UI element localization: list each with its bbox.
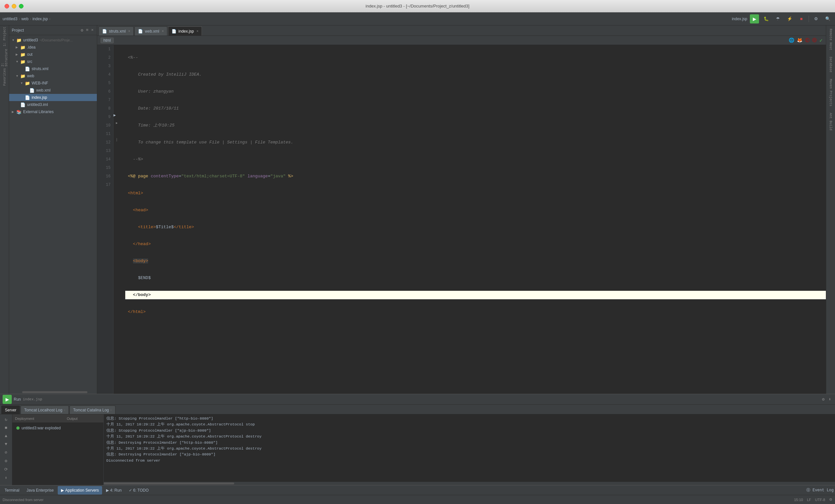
search-button[interactable]: 🔍 — [823, 14, 832, 23]
server-tabs: Server Tomcat Localhost Log × Tomcat Cat… — [0, 404, 835, 414]
toolbar-right: index.jsp ▶ 🐛 ☂ ⚡ ■ ⚙ 🔍 — [732, 14, 832, 23]
tree-iml[interactable]: 📄 untitled3.iml — [9, 101, 97, 108]
separator — [809, 16, 809, 22]
deployment-item[interactable]: untitled3:war exploded — [13, 424, 103, 432]
stop-server-btn[interactable]: ■ — [4, 424, 9, 432]
lf-indicator[interactable]: LF — [807, 498, 811, 502]
scroll-down-btn[interactable]: ▼ — [4, 440, 9, 448]
close-struts-tab[interactable]: × — [128, 29, 130, 33]
server-tab[interactable]: Server — [1, 405, 20, 414]
encoding-indicator[interactable]: UTF-8 — [815, 498, 825, 502]
run-button[interactable]: ▶ — [750, 14, 759, 23]
run-label: Run — [14, 397, 21, 402]
breadcrumb-folder[interactable]: web — [21, 17, 28, 21]
restart-server-btn[interactable]: ↻ — [4, 416, 9, 423]
editor-area: 📄 struts.xml × 📄 web.xml × 📄 index.jsp ×… — [97, 25, 826, 394]
app-servers-tab[interactable]: ▶ Application Servers — [58, 486, 102, 495]
close-button[interactable] — [4, 4, 9, 8]
java-enterprise-tab[interactable]: Java Enterprise — [23, 486, 57, 495]
close-bottom-icon[interactable]: ⬇ — [827, 396, 832, 403]
line-numbers: 1 2 3 4 5 6 7 8 9 10 11 12 13 14 15 16 1 — [97, 45, 114, 394]
tree-root[interactable]: ▼ 📁 untitled3 ~/Documents/Proje... — [9, 37, 97, 44]
code-content[interactable]: <%-- Created by IntelliJ IDEA. User: zha… — [120, 45, 826, 394]
app-bottom-tabs: Terminal Java Enterprise ▶ Application S… — [0, 485, 835, 495]
project-panel: Project ⚙ ≡ × ▼ 📁 untitled3 ~/Documents/… — [9, 25, 97, 394]
coverage-button[interactable]: ☂ — [773, 14, 782, 23]
deployment-header: Deployment Output — [13, 414, 103, 423]
localhost-log-tab[interactable]: Tomcat Localhost Log × — [21, 405, 69, 414]
update-btn[interactable]: ⟳ — [3, 465, 9, 474]
close-indexjsp-tab[interactable]: × — [196, 29, 198, 33]
tab-index-jsp[interactable]: 📄 index.jsp × — [168, 26, 202, 36]
scroll-up-btn[interactable]: ▲ — [4, 432, 9, 440]
tab-web-xml[interactable]: 📄 web.xml × — [135, 26, 167, 36]
tree-ext-libs[interactable]: ▶ 📚 External Libraries — [9, 108, 97, 115]
breadcrumb-project[interactable]: untitled3 — [3, 17, 17, 21]
run-tab[interactable]: ▶ 4: Run — [103, 486, 125, 495]
clean-btn[interactable]: ⊘ — [4, 448, 9, 456]
deployment-list: untitled3:war exploded — [13, 423, 103, 485]
traffic-lights — [4, 4, 23, 8]
terminal-tab[interactable]: Terminal — [1, 486, 22, 495]
editor-gutter: ▶ ▶ │ — [114, 45, 120, 394]
status-message: Disconnected from server — [3, 498, 43, 502]
opera-icon[interactable]: Ⓞ — [812, 38, 817, 43]
ie-icon[interactable]: Ⓔ — [805, 38, 810, 43]
log-line: 十月 11, 2017 10:29:22 上午 org.apache.coyot… — [106, 434, 832, 439]
debug-button[interactable]: 🐛 — [761, 14, 771, 23]
chrome-icon[interactable]: 🌐 — [789, 38, 794, 43]
output-scrollbar[interactable] — [104, 482, 835, 485]
deploy-btn[interactable]: ⬆ — [4, 474, 9, 482]
run-config-label[interactable]: index.jsp — [732, 17, 747, 21]
output-log[interactable]: 信息: Stopping ProtocolHandler ["http-bio-… — [104, 414, 835, 482]
tree-struts-xml[interactable]: 📄 struts.xml — [9, 65, 97, 72]
tree-webinf[interactable]: ▼ 📁 WEB-INF — [9, 80, 97, 87]
settings-button[interactable]: ⚙ — [812, 14, 821, 23]
todo-tab[interactable]: ✓ 6: TODO — [126, 486, 152, 495]
catalina-log-tab[interactable]: Tomcat Catalina Log × — [69, 405, 116, 414]
bottom-run-button[interactable]: ▶ — [3, 395, 12, 404]
breadcrumb-html-tag[interactable]: html — [100, 38, 114, 43]
settings-icon-status[interactable]: ⚙ — [829, 498, 832, 502]
tab-struts-xml[interactable]: 📄 struts.xml × — [99, 26, 134, 36]
status-dot — [16, 426, 20, 430]
config-btn[interactable]: ⚙ — [4, 457, 9, 465]
event-log-label[interactable]: ⓪ Event Log — [806, 487, 834, 493]
project-close-icon[interactable]: × — [90, 27, 94, 34]
editor-tabs: 📄 struts.xml × 📄 web.xml × 📄 index.jsp × — [97, 25, 826, 36]
tree-out[interactable]: ▶ 📁 out — [9, 51, 97, 58]
project-panel-toggle[interactable]: 1: Project — [1, 27, 8, 46]
tree-web[interactable]: ▼ 📁 web — [9, 72, 97, 80]
database-toggle[interactable]: Database — [827, 54, 834, 76]
close-catalina-tab[interactable]: × — [110, 408, 112, 412]
profile-button[interactable]: ⚡ — [785, 14, 794, 23]
settings-icon[interactable]: ⚙ — [821, 396, 826, 403]
tree-src[interactable]: ▼ 📁 src — [9, 58, 97, 65]
log-line: 信息: Stopping ProtocolHandler ["http-bio-… — [106, 416, 832, 421]
favorites-toggle[interactable]: Favorites — [1, 67, 8, 87]
maven-toggle[interactable]: Maven Projects — [827, 76, 834, 109]
bottom-toolbar-right: ⚙ ⬇ — [821, 396, 832, 403]
tree-idea[interactable]: ▶ 📁 .idea — [9, 44, 97, 51]
minimize-button[interactable] — [12, 4, 16, 8]
ant-toggle[interactable]: Ant Build — [827, 109, 834, 134]
close-localhost-tab[interactable]: × — [64, 408, 65, 412]
project-settings-icon[interactable]: ⚙ — [80, 27, 84, 34]
tree-index-jsp[interactable]: 📄 index.jsp — [9, 94, 97, 101]
firefox-icon[interactable]: 🦊 — [797, 38, 802, 43]
more-btn[interactable]: ≫ — [3, 482, 10, 485]
project-scrollbar[interactable] — [9, 391, 97, 394]
structure-panel-toggle[interactable]: 2: Structure — [1, 47, 8, 66]
remote-host-toggle[interactable]: Remote Host — [827, 25, 834, 54]
breadcrumb-file[interactable]: index.jsp — [32, 17, 48, 21]
code-editor[interactable]: 1 2 3 4 5 6 7 8 9 10 11 12 13 14 15 16 1 — [97, 45, 826, 394]
bottom-toolbar: ▶ Run index.jsp ⚙ ⬇ — [0, 394, 835, 404]
stop-button[interactable]: ■ — [797, 14, 806, 23]
bottom-right: ⓪ Event Log — [806, 487, 834, 493]
close-webxml-tab[interactable]: × — [162, 29, 164, 33]
tree-web-xml[interactable]: 📄 web.xml — [9, 87, 97, 94]
project-collapse-icon[interactable]: ≡ — [85, 27, 89, 34]
maximize-button[interactable] — [19, 4, 23, 8]
right-sidebar: Remote Host Database Maven Projects Ant … — [826, 25, 835, 394]
line-col[interactable]: 15:10 — [794, 498, 803, 502]
